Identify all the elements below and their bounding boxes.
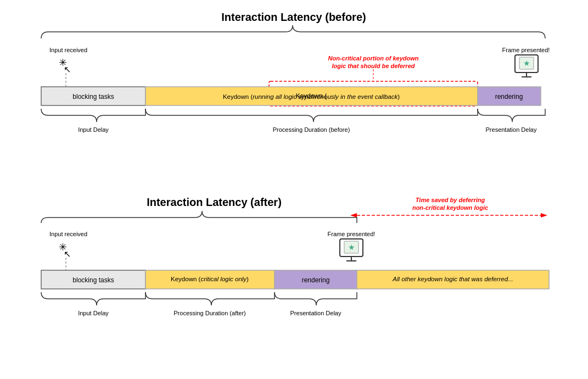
bottom-deferred-label: All other keydown logic that was deferre…	[392, 276, 513, 282]
bottom-presentation-brace	[275, 292, 357, 305]
bottom-title: Interaction Latency (after)	[147, 196, 282, 208]
top-presentation-brace	[478, 109, 545, 122]
bottom-cursor-arrow: ↖	[64, 249, 71, 259]
top-cursor-arrow: ↖	[64, 65, 71, 74]
top-annotation-line2: logic that should be deferred	[332, 63, 415, 69]
bottom-rendering-label: rendering	[302, 276, 330, 284]
diagram-svg: Interaction Latency (before) Input recei…	[0, 0, 588, 379]
bottom-monitor-screen	[340, 239, 363, 257]
bottom-arrow-right	[541, 213, 547, 218]
bottom-processing-label: Processing Duration (after)	[173, 310, 245, 316]
top-red-annotation-box	[269, 81, 478, 106]
bottom-input-delay-brace	[41, 292, 145, 305]
bottom-arrow-left	[350, 213, 357, 218]
top-star: ★	[523, 59, 530, 68]
bottom-input-label: Input received	[49, 231, 87, 237]
top-processing-label: Processing Duration (before)	[273, 126, 350, 133]
top-monitor-screen	[515, 55, 538, 73]
top-presentation-label: Presentation Delay	[486, 126, 537, 133]
top-input-label: Input received	[49, 47, 87, 53]
top-input-delay-brace	[41, 109, 145, 122]
top-rendering-bar	[478, 87, 541, 105]
top-brace-path	[41, 25, 545, 38]
top-processing-brace	[145, 109, 478, 122]
bottom-frame-label: Frame presented!	[328, 231, 376, 237]
bottom-star: ★	[348, 243, 355, 252]
bottom-processing-brace	[145, 292, 275, 305]
top-blocking-bar	[41, 87, 145, 105]
top-blocking-label: blocking tasks	[72, 93, 114, 101]
bottom-deferred-bar	[357, 270, 549, 289]
bottom-keydown-bar	[145, 270, 275, 289]
bottom-top-brace	[41, 211, 357, 223]
bottom-rendering-bar	[275, 270, 357, 289]
main-container: Interaction Latency (before) Input recei…	[0, 0, 588, 379]
top-keydown-bar	[145, 87, 478, 105]
bottom-keydown-bar-text: Keydown (critical logic only)	[171, 276, 249, 282]
top-input-delay-label: Input Delay	[78, 126, 109, 133]
bottom-blocking-label: blocking tasks	[72, 276, 114, 284]
bottom-time-saved-line2: non-critical keydown logic	[412, 204, 488, 211]
bottom-input-delay-label: Input Delay	[78, 310, 109, 316]
top-title: Interaction Latency (before)	[221, 11, 366, 23]
top-monitor-inner	[519, 57, 534, 69]
top-rendering-label: rendering	[495, 93, 523, 101]
bottom-presentation-label: Presentation Delay	[290, 310, 341, 316]
top-cursor-burst: ✳	[59, 57, 67, 68]
bottom-monitor-inner	[344, 241, 359, 253]
bottom-blocking-bar	[41, 270, 145, 289]
top-frame-label: Frame presented!	[502, 47, 550, 53]
bottom-time-saved-line1: Time saved by deferring	[416, 197, 485, 203]
top-annotation-line1: Non-critical portion of keydown	[328, 55, 418, 62]
bottom-cursor-burst: ✳	[59, 242, 67, 253]
top-keydown-full-text: Keydown (running all logic synchronously…	[223, 93, 400, 100]
top-keydown-label-1: Keydown (	[296, 92, 327, 100]
